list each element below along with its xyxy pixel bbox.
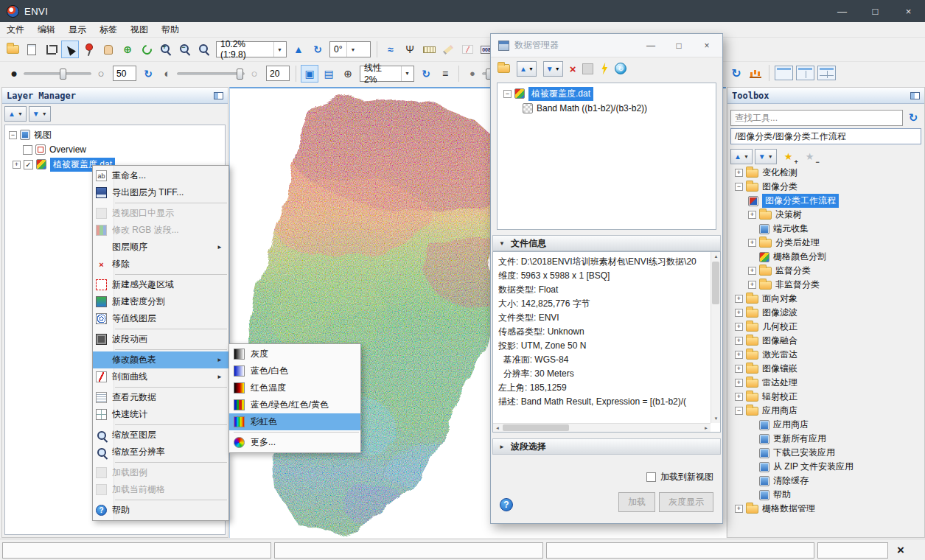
float-panel-icon[interactable] (214, 92, 223, 99)
menu-file[interactable]: 文件 (0, 22, 31, 37)
brightness-reset-icon[interactable]: ↻ (139, 65, 157, 83)
scroll-right-icon[interactable]: ► (702, 424, 711, 433)
expander-icon[interactable]: + (735, 295, 743, 303)
anchor-tool-icon[interactable]: Ψ (401, 41, 419, 58)
toolbox-item-change-detection[interactable]: +变化检测 (729, 166, 923, 180)
contrast-slider-handle[interactable] (237, 69, 243, 80)
toolbox-search-input[interactable] (730, 110, 903, 126)
menu-item-band-animation[interactable]: 波段动画 (93, 331, 228, 348)
data-manager-titlebar[interactable]: 数据管理器 — □ × (491, 34, 722, 57)
center-view-icon[interactable]: ⊕ (339, 65, 357, 83)
fly-tool-icon[interactable]: ⊕ (119, 41, 136, 58)
menu-help[interactable]: 帮助 (155, 22, 186, 37)
toolbox-item-install-from-zip[interactable]: 从 ZIP 文件安装应用 (729, 460, 923, 474)
toolbox-item-image-filter[interactable]: +图像滤波 (729, 306, 923, 320)
scroll-down-icon[interactable]: ▼ (711, 414, 721, 423)
maximize-button[interactable]: □ (859, 0, 892, 22)
expander-icon[interactable]: + (735, 169, 743, 177)
select-cursor-icon[interactable] (61, 41, 79, 58)
menu-edit[interactable]: 编辑 (31, 22, 62, 37)
toolbox-item-classification-workflow[interactable]: 图像分类工作流程 (729, 194, 923, 208)
annotation-pencil-icon[interactable] (439, 41, 457, 58)
scroll-up-icon[interactable]: ▲ (711, 252, 721, 261)
toolbox-item-app-store-tool[interactable]: 应用商店 (729, 418, 923, 432)
vertical-scrollbar[interactable]: ▲ ▼ (711, 252, 720, 423)
dialog-minimize-button[interactable]: — (637, 35, 665, 56)
submenu-item-more[interactable]: 更多... (229, 434, 360, 451)
band-selection-section-header[interactable]: ► 波段选择 (492, 438, 721, 455)
toolbox-item-endmember-collection[interactable]: 端元收集 (729, 222, 923, 236)
toolbox-item-app-store[interactable]: −应用商店 (729, 404, 923, 418)
menu-item-remove[interactable]: ×移除 (93, 256, 228, 273)
toolbox-header[interactable]: Toolbox (727, 88, 924, 104)
menu-item-view-metadata[interactable]: 查看元数据 (93, 389, 228, 406)
submenu-item-blue-green-red-yellow[interactable]: 蓝色/绿色/红色/黄色 (229, 396, 360, 413)
expander-icon[interactable]: − (735, 183, 743, 191)
expander-icon[interactable]: + (735, 309, 743, 317)
menu-item-zoom-to-resolution[interactable]: 缩放至分辨率 (93, 444, 228, 461)
toolbox-item-radar[interactable]: +雷达处理 (729, 376, 923, 390)
chip-view-icon[interactable] (42, 41, 60, 58)
placemark-icon[interactable] (80, 41, 98, 58)
pin-data-manager-icon[interactable] (600, 63, 608, 75)
open-file-icon[interactable] (498, 64, 510, 73)
toolbox-item-decision-tree[interactable]: +决策树 (729, 208, 923, 222)
contrast-input[interactable] (266, 66, 290, 81)
tree-node-view[interactable]: − 视图 (5, 127, 225, 142)
file-info-section-header[interactable]: ▼ 文件信息 (492, 235, 721, 251)
menu-item-layer-order[interactable]: 图层顺序► (93, 239, 228, 256)
load-new-view-checkbox[interactable] (646, 472, 656, 482)
float-panel-icon[interactable] (910, 92, 920, 99)
toolbox-item-download-installed-apps[interactable]: 下载已安装应用 (729, 446, 923, 460)
layer-down-button[interactable]: ▼ ▼ (29, 106, 51, 122)
menu-item-change-color-table[interactable]: 修改颜色表► (93, 351, 228, 368)
submenu-item-blue-white[interactable]: 蓝色/白色 (229, 363, 360, 379)
menu-item-rename[interactable]: ab重命名... (93, 167, 228, 184)
toolbox-collapse-button[interactable]: ▼ ▼ (755, 149, 777, 164)
toolbox-item-unsupervised[interactable]: +非监督分类 (729, 278, 923, 292)
submenu-item-grayscale[interactable]: 灰度 (229, 346, 360, 363)
remove-favorite-button[interactable]: ★− (801, 147, 819, 165)
toolbox-item-object-based[interactable]: +面向对象 (729, 292, 923, 306)
menu-item-zoom-to-layer[interactable]: 缩放至图层 (93, 427, 228, 444)
tree-node-overview[interactable]: Overview (5, 142, 225, 157)
expander-icon[interactable]: − (9, 131, 17, 139)
data-band-node[interactable]: Band Math ((b1-b2)/(b3-b2)) (498, 101, 716, 116)
data-file-node[interactable]: − 植被覆盖度.dat (498, 86, 716, 101)
close-file-icon[interactable]: × (570, 63, 576, 75)
layer-up-button[interactable]: ▲ ▼ (4, 106, 27, 122)
overview-checkbox[interactable] (23, 145, 32, 155)
menu-item-contour-layer[interactable]: 等值线图层 (93, 310, 228, 327)
menu-display[interactable]: 显示 (62, 22, 93, 37)
menu-item-new-roi[interactable]: 新建感兴趣区域 (93, 276, 228, 293)
add-favorite-button[interactable]: ★+ (780, 147, 797, 165)
expander-icon[interactable]: + (13, 161, 21, 169)
menu-item-new-density-slice[interactable]: 新建密度分割 (93, 293, 228, 310)
expander-icon[interactable]: + (735, 323, 743, 331)
zoom-to-fit-icon[interactable]: ▣ (301, 65, 318, 83)
scrollbar-thumb[interactable] (712, 262, 719, 304)
load-band-button[interactable]: ▲ ▼ (517, 61, 537, 77)
dialog-help-icon[interactable]: ? (500, 498, 513, 511)
toolbox-item-clear-cache[interactable]: 清除缓存 (729, 474, 923, 488)
toolbox-breadcrumb[interactable]: /图像分类/图像分类工作流程 (730, 128, 921, 144)
toolbox-refresh-button[interactable]: ↻ (905, 110, 921, 126)
toolbox-item-raster-data-management[interactable]: +栅格数据管理 (729, 502, 923, 516)
submenu-item-red-temperature[interactable]: 红色温度 (229, 379, 360, 396)
expander-icon[interactable]: + (735, 351, 743, 359)
scrollbar-thumb[interactable] (503, 424, 569, 431)
menu-item-export-tiff[interactable]: 导出图层为 TIFF... (93, 184, 228, 201)
menu-annotation[interactable]: 标签 (93, 22, 124, 37)
toolbox-item-image-classification[interactable]: −图像分类 (729, 180, 923, 194)
brightness-input[interactable] (113, 66, 136, 81)
expander-icon[interactable]: + (748, 211, 756, 219)
layer-manager-header[interactable]: Layer Manager (2, 88, 228, 104)
four-view-layout-button[interactable] (817, 66, 836, 80)
zoom-combo[interactable]: 10.2% (1:9.8) ▼ (216, 41, 287, 57)
two-view-layout-button[interactable] (796, 66, 814, 80)
crosshairs-tool-icon[interactable]: ≈ (382, 41, 399, 58)
menu-item-profile-curve[interactable]: 剖面曲线► (93, 368, 228, 385)
stretch-combo[interactable]: 线性 2% ▼ (360, 66, 414, 82)
toolbox-item-image-fusion[interactable]: +图像融合 (729, 334, 923, 348)
view-refresh-icon[interactable]: ↻ (727, 64, 745, 82)
